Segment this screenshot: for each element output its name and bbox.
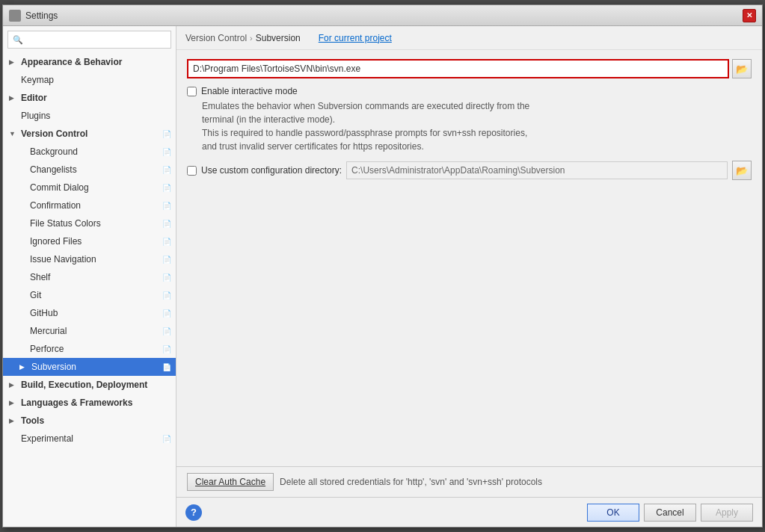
window-title: Settings [25,10,58,21]
breadcrumb-parent: Version Control [185,33,247,43]
breadcrumb-link[interactable]: For current project [319,33,392,43]
settings-window: Settings ✕ 🔍 ▶ Appearance & Behavior Key… [2,4,763,528]
sidebar-item-experimental[interactable]: Experimental 📄 [3,430,176,448]
custom-config-path-input[interactable] [346,161,728,179]
custom-dir-row: Use custom configuration directory: 📂 [187,161,752,180]
ok-button[interactable]: OK [587,504,639,522]
sidebar-item-subversion[interactable]: ▶ Subversion 📄 [3,358,176,376]
sidebar-item-label: Perforce [30,344,64,354]
sidebar-item-label: Confirmation [30,200,81,211]
page-icon: 📄 [162,256,171,264]
page-icon: 📄 [162,148,171,156]
arrow-icon: ▶ [9,94,19,102]
browse-button[interactable]: 📂 [732,59,752,78]
bottom-bar: Clear Auth Cache Delete all stored crede… [176,466,762,497]
sidebar-item-perforce[interactable]: Perforce 📄 [3,340,176,358]
sidebar-item-editor[interactable]: ▶ Editor [3,89,176,107]
sidebar-item-label: Git [30,290,41,300]
page-icon: 📄 [162,327,171,335]
breadcrumb-separator: › [250,34,253,43]
breadcrumb-current: Subversion [256,33,301,43]
cancel-button[interactable]: Cancel [644,504,696,522]
search-input[interactable] [26,34,166,45]
clear-auth-cache-button[interactable]: Clear Auth Cache [187,473,274,491]
sidebar-item-keymap[interactable]: Keymap [3,71,176,89]
settings-panel: 📂 Enable interactive mode Emulates the b… [176,50,762,466]
breadcrumb: Version Control › Subversion For current… [176,26,762,50]
sidebar-item-plugins[interactable]: Plugins [3,107,176,125]
desc-line4: and trust invalid server certificates fo… [202,141,424,152]
arrow-icon: ▼ [9,130,19,137]
sidebar-item-label: Appearance & Behavior [21,57,122,67]
custom-config-browse-button[interactable]: 📂 [732,161,752,180]
sidebar-item-tools[interactable]: ▶ Tools [3,412,176,430]
sidebar-item-label: Commit Dialog [30,182,89,193]
page-icon: 📄 [162,345,171,353]
page-icon: 📄 [162,220,171,228]
sidebar-item-commit-dialog[interactable]: Commit Dialog 📄 [3,179,176,197]
sidebar-item-ignored-files[interactable]: Ignored Files 📄 [3,232,176,250]
arrow-icon: ▶ [9,381,19,389]
content-area: 🔍 ▶ Appearance & Behavior Keymap ▶ Edito… [3,26,762,527]
sidebar-item-label: Shelf [30,272,50,282]
sidebar-item-label: Background [30,146,78,157]
use-custom-config-checkbox[interactable] [187,166,197,176]
sidebar-item-background[interactable]: Background 📄 [3,143,176,161]
sidebar-item-label: Experimental [21,433,73,444]
page-icon: 📄 [162,435,171,443]
sidebar-item-label: Build, Execution, Deployment [21,380,147,390]
page-icon: 📄 [162,202,171,210]
close-button[interactable]: ✕ [743,9,756,22]
sidebar-item-label: Plugins [21,111,50,121]
page-icon: 📄 [162,291,171,300]
search-box[interactable]: 🔍 [7,31,171,49]
sidebar-item-label: Subversion [31,362,76,372]
sidebar-item-label: Version Control [21,129,87,139]
sidebar-item-label: Mercurial [30,326,67,336]
help-button[interactable]: ? [185,504,202,521]
arrow-icon: ▶ [9,417,19,424]
page-icon: 📄 [162,273,171,282]
sidebar-item-label: Tools [21,415,44,426]
sidebar-item-label: Changelists [30,164,77,175]
sidebar-item-file-status-colors[interactable]: File Status Colors 📄 [3,214,176,232]
titlebar-left: Settings [9,10,58,22]
sidebar-item-git[interactable]: Git 📄 [3,286,176,304]
arrow-icon: ▶ [9,58,19,66]
page-icon: 📄 [162,130,171,138]
footer: ? OK Cancel Apply [176,497,762,527]
main-content: Version Control › Subversion For current… [176,26,762,527]
enable-interactive-mode-checkbox[interactable] [187,87,197,96]
arrow-icon: ▶ [9,399,19,406]
sidebar-item-mercurial[interactable]: Mercurial 📄 [3,322,176,340]
sidebar-item-github[interactable]: GitHub 📄 [3,304,176,322]
svn-path-row: 📂 [187,59,752,78]
sidebar-item-confirmation[interactable]: Confirmation 📄 [3,197,176,214]
sidebar-item-label: Languages & Frameworks [21,398,132,408]
sidebar-item-issue-navigation[interactable]: Issue Navigation 📄 [3,250,176,268]
sidebar-item-shelf[interactable]: Shelf 📄 [3,268,176,286]
sidebar-item-label: Ignored Files [30,236,82,247]
sidebar-item-label: GitHub [30,308,58,318]
desc-line1: Emulates the behavior when Subversion co… [202,101,529,111]
enable-interactive-mode-row: Enable interactive mode [187,86,752,96]
page-icon: 📄 [162,363,171,371]
sidebar-item-appearance[interactable]: ▶ Appearance & Behavior [3,53,176,71]
sidebar-item-label: Keymap [21,75,54,85]
svn-path-input[interactable] [187,59,729,78]
sidebar-item-label: Issue Navigation [30,254,96,265]
sidebar-item-languages[interactable]: ▶ Languages & Frameworks [3,394,176,412]
sidebar-item-build-exec[interactable]: ▶ Build, Execution, Deployment [3,376,176,394]
search-icon: 🔍 [13,35,23,45]
arrow-icon: ▶ [19,363,30,371]
sidebar-item-label: Editor [21,93,47,103]
page-icon: 📄 [162,309,171,318]
sidebar-item-version-control[interactable]: ▼ Version Control 📄 [3,125,176,143]
titlebar: Settings ✕ [3,5,762,26]
page-icon: 📄 [162,238,171,246]
sidebar-item-changelists[interactable]: Changelists 📄 [3,161,176,179]
nav-tree: ▶ Appearance & Behavior Keymap ▶ Editor … [3,52,176,527]
apply-button[interactable]: Apply [701,504,753,522]
desc-line2: terminal (in the interactive mode). [202,114,335,125]
app-icon [9,10,21,22]
